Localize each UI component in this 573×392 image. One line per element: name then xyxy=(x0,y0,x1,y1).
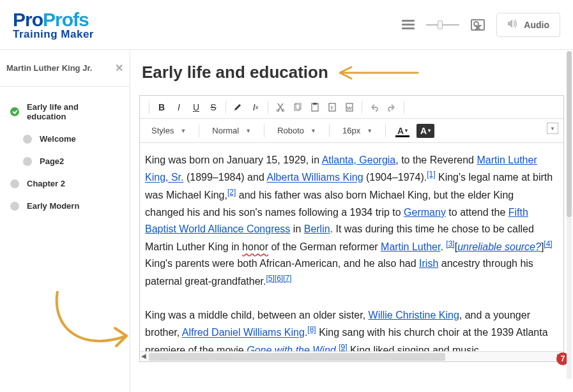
editor-content[interactable]: King was born on January 15, 1929, in At… xyxy=(140,143,563,351)
sidebar-item-chapter2[interactable]: Chapter 2 xyxy=(0,172,130,195)
ref-1[interactable]: [1] xyxy=(427,170,435,179)
unreliable-link[interactable]: unreliable source? xyxy=(457,241,541,252)
size-dropdown[interactable]: 16px▼ xyxy=(337,124,378,137)
logo-profs: Profs xyxy=(43,9,89,30)
ref-6[interactable]: [6] xyxy=(275,274,283,283)
audio-label: Audio xyxy=(524,20,549,30)
link-luther[interactable]: Martin Luther xyxy=(381,241,440,252)
sidebar-item-label: Chapter 2 xyxy=(27,179,65,188)
ref-9[interactable]: [9] xyxy=(339,343,347,351)
text: . xyxy=(440,241,443,252)
speaker-icon xyxy=(507,19,519,31)
course-title: Martin Luther King Jr. xyxy=(6,63,92,73)
paste-word-button[interactable]: W xyxy=(342,100,357,115)
bullet-icon xyxy=(10,179,19,188)
header-controls: Audio xyxy=(402,13,560,37)
page-title: Early life and education xyxy=(142,63,328,82)
bullet-icon xyxy=(23,135,32,144)
svg-text:T: T xyxy=(330,105,333,111)
scroll-thumb[interactable] xyxy=(149,353,445,361)
link-gone[interactable]: Gone with the Wind xyxy=(247,345,335,351)
sidebar-header: Martin Luther King Jr. ✕ xyxy=(0,50,130,87)
link-willie[interactable]: Willie Christine King xyxy=(369,310,459,320)
editor-toolbar-2: Styles▼ Normal▼ Roboto▼ 16px▼ A▾ A▾ ▼ xyxy=(140,119,563,143)
link-alberta[interactable]: Alberta Williams King xyxy=(266,172,363,183)
sidebar-item-label: Page2 xyxy=(40,156,64,166)
underline-button[interactable]: U xyxy=(188,100,204,115)
logo[interactable]: ProProfs Training Maker xyxy=(13,9,94,41)
sidebar-item-label: Welcome xyxy=(40,134,76,144)
text: , to the Reverend xyxy=(395,155,477,165)
ref-8[interactable]: [8] xyxy=(307,325,316,334)
text-color-button[interactable]: A▾ xyxy=(393,124,411,138)
redo-button[interactable] xyxy=(384,100,399,115)
link-berlin[interactable]: Berlin xyxy=(304,223,330,234)
highlight-button[interactable] xyxy=(231,100,246,115)
page-scrollbar[interactable] xyxy=(567,51,572,379)
text: in xyxy=(290,223,303,234)
horizontal-scrollbar[interactable]: ◀ ▶ xyxy=(140,351,563,361)
paste-text-button[interactable]: T xyxy=(325,100,340,115)
sidebar-item-label: Early life and education xyxy=(27,102,119,121)
text: (1904–1974). xyxy=(363,172,427,183)
menu-icon[interactable] xyxy=(402,20,415,29)
sidebar-item-early-modern[interactable]: Early Modern xyxy=(0,195,130,217)
logo-sub: Training Maker xyxy=(13,28,94,41)
top-bar: ProProfs Training Maker Audio xyxy=(0,0,573,50)
font-dropdown[interactable]: Roboto▼ xyxy=(272,124,321,137)
close-icon[interactable]: ✕ xyxy=(115,62,123,74)
bullet-icon xyxy=(23,157,32,166)
text: King was born on January 15, 1929, in xyxy=(145,155,322,165)
cut-button[interactable] xyxy=(273,100,288,115)
bold-button[interactable]: B xyxy=(154,100,169,115)
text: King was a middle child, between an olde… xyxy=(145,310,369,320)
nav-list: Early life and education Welcome Page2 C… xyxy=(0,87,130,217)
paste-button[interactable] xyxy=(307,100,323,115)
paragraph-dropdown[interactable]: Normal▼ xyxy=(207,124,256,137)
rich-text-editor: B I U S Ix T xyxy=(139,95,564,362)
svg-rect-5 xyxy=(313,103,317,105)
text: King liked singing and music. xyxy=(347,345,482,351)
image-icon[interactable] xyxy=(471,19,485,31)
sidebar-item-welcome[interactable]: Welcome xyxy=(0,128,130,150)
clear-format-button[interactable]: Ix xyxy=(248,100,263,115)
text: (1899–1984) and xyxy=(183,172,266,183)
text: to attend the xyxy=(446,207,508,218)
editor-toolbar-1: B I U S Ix T xyxy=(140,96,563,119)
audio-button[interactable]: Audio xyxy=(496,13,560,37)
content-area: Early life and education B I U S Ix xyxy=(130,50,573,392)
sidebar-item-label: Early Modern xyxy=(27,201,79,211)
undo-button[interactable] xyxy=(367,100,382,115)
check-icon xyxy=(10,107,19,116)
annotation-arrow-icon xyxy=(336,64,419,81)
ref-5[interactable]: [5] xyxy=(266,274,274,283)
sidebar: Martin Luther King Jr. ✕ Early life and … xyxy=(0,50,130,392)
italic-button[interactable]: I xyxy=(171,100,187,115)
svg-text:W: W xyxy=(347,105,352,111)
link-irish[interactable]: Irish xyxy=(419,258,438,269)
ref-3[interactable]: [3] xyxy=(446,239,454,248)
toolbar-expand-button[interactable]: ▼ xyxy=(547,123,558,134)
ref-7[interactable]: [7] xyxy=(283,274,291,283)
copy-button[interactable] xyxy=(290,100,305,115)
bg-color-button[interactable]: A▾ xyxy=(416,124,434,138)
zoom-slider[interactable] xyxy=(426,20,459,29)
link-alfred[interactable]: Alfred Daniel Williams King xyxy=(182,328,305,338)
logo-pro: Pro xyxy=(13,9,43,30)
ref-2[interactable]: [2] xyxy=(227,188,236,197)
title-row: Early life and education xyxy=(139,50,564,95)
link-atlanta[interactable]: Atlanta, Georgia xyxy=(322,155,396,165)
strikethrough-button[interactable]: S xyxy=(206,100,221,115)
styles-dropdown[interactable]: Styles▼ xyxy=(146,124,191,137)
editor-body[interactable]: King was born on January 15, 1929, in At… xyxy=(140,143,563,351)
sidebar-item-page2[interactable]: Page2 xyxy=(0,150,130,172)
bullet-icon xyxy=(10,202,19,211)
ref-4[interactable]: [4] xyxy=(544,239,552,248)
link-germany[interactable]: Germany xyxy=(404,207,446,218)
spell-error: honor xyxy=(242,241,268,252)
sidebar-item-early-life[interactable]: Early life and education xyxy=(0,96,130,128)
scroll-left-icon[interactable]: ◀ xyxy=(141,352,146,359)
text: of the German reformer xyxy=(268,241,381,252)
text: King's parents were both African-America… xyxy=(145,258,419,269)
